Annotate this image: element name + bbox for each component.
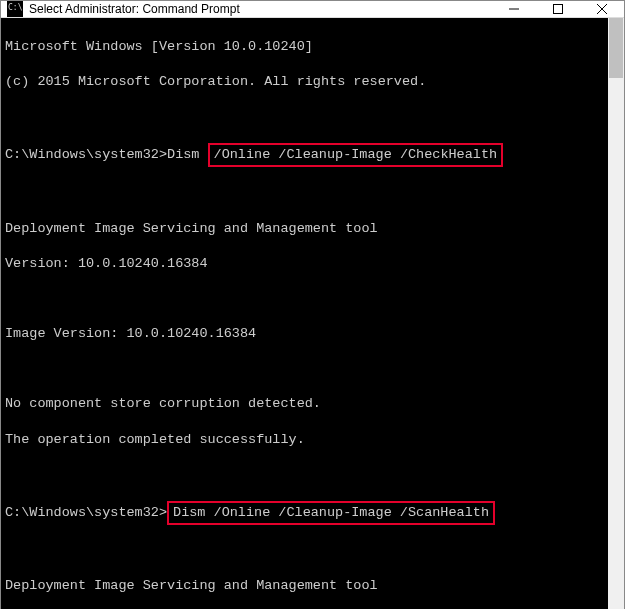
scrollbar-thumb[interactable]	[609, 18, 623, 78]
titlebar[interactable]: Select Administrator: Command Prompt	[1, 1, 624, 18]
dism-version-line: Version: 10.0.10240.16384	[5, 255, 604, 273]
cmd-icon	[7, 1, 23, 17]
image-version-line: Image Version: 10.0.10240.16384	[5, 325, 604, 343]
terminal-output[interactable]: Microsoft Windows [Version 10.0.10240] (…	[1, 18, 608, 609]
dism-tool-line: Deployment Image Servicing and Managemen…	[5, 220, 604, 238]
svg-rect-1	[554, 5, 563, 14]
vertical-scrollbar[interactable]	[608, 18, 624, 609]
window-title: Select Administrator: Command Prompt	[29, 2, 492, 16]
close-button[interactable]	[580, 1, 624, 17]
cmd1-line: C:\Windows\system32>Dism /Online /Cleanu…	[5, 143, 604, 167]
dism-tool-line: Deployment Image Servicing and Managemen…	[5, 577, 604, 595]
banner-line: Microsoft Windows [Version 10.0.10240]	[5, 38, 604, 56]
cmd2-line: C:\Windows\system32>Dism /Online /Cleanu…	[5, 501, 604, 525]
window-controls	[492, 1, 624, 17]
maximize-button[interactable]	[536, 1, 580, 17]
success-line: The operation completed successfully.	[5, 431, 604, 449]
copyright-line: (c) 2015 Microsoft Corporation. All righ…	[5, 73, 604, 91]
cmd2-highlight: Dism /Online /Cleanup-Image /ScanHealth	[167, 501, 495, 525]
cmd1-highlight: /Online /Cleanup-Image /CheckHealth	[208, 143, 504, 167]
minimize-button[interactable]	[492, 1, 536, 17]
terminal-area: Microsoft Windows [Version 10.0.10240] (…	[1, 18, 624, 609]
command-prompt-window: Select Administrator: Command Prompt Mic…	[0, 0, 625, 609]
no-corruption-line: No component store corruption detected.	[5, 395, 604, 413]
